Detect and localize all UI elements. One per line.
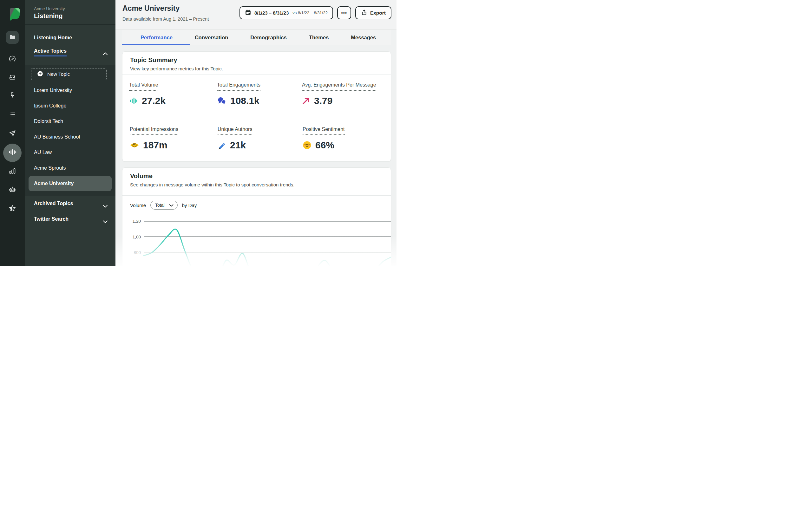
metric-grid: Total Volume 27.2k Total E [123,75,391,162]
eye-icon [130,141,139,149]
sidebar-item-reports[interactable] [8,168,16,175]
smiley-icon [302,141,312,150]
card-divider [123,195,391,196]
topic-item[interactable]: AU Business School [25,129,115,145]
inbox-icon [8,73,16,82]
export-button[interactable]: Export [355,6,391,19]
active-topics-label: Active Topics [34,48,67,56]
pin-icon [8,91,16,100]
sidebar-item-pinned[interactable] [8,92,16,99]
folder-icon [8,33,16,42]
tab-demographics[interactable]: Demographics [250,35,287,41]
metric-label[interactable]: Unique Authors [218,127,252,135]
metric-label[interactable]: Avg. Engagements Per Message [302,82,376,91]
metric-value: 21k [230,140,246,151]
bar-chart-icon [8,167,16,176]
metric-value: 3.79 [314,95,332,106]
sidebar-section-active-topics[interactable]: Active Topics [34,48,67,54]
more-options-button[interactable]: ••• [337,6,351,19]
sidebar-item-inbox[interactable] [8,74,16,81]
metric-value: 108.1k [230,95,259,106]
sidebar-org-label: Acme University [34,6,65,11]
metric-label[interactable]: Total Volume [129,82,158,91]
metric-positive-sentiment: Positive Sentiment 66% [295,119,391,162]
topic-summary-card: Topic Summary View key performance metri… [122,51,391,162]
sidebar-item-automation[interactable] [8,186,16,194]
y-tick-label: 1,00 [133,234,141,240]
metric-label[interactable]: Total Engagements [217,82,260,91]
metric-label[interactable]: Positive Sentiment [302,127,345,135]
new-topic-button[interactable]: New Topic [31,68,107,80]
topic-header: Acme University Data available from Aug … [115,0,396,30]
sidebar-product-title: Listening [34,12,63,20]
active-tab-underline [122,44,190,46]
chevron-up-icon[interactable] [103,51,108,54]
tab-messages[interactable]: Messages [351,35,376,41]
tab-conversation[interactable]: Conversation [195,35,228,41]
star-icon [8,205,16,213]
sprout-listening-app: Acme University Listening Listening Home… [0,0,396,266]
topic-item[interactable]: Lorem University [25,83,115,98]
topic-item-selected[interactable]: Acme University [29,176,112,191]
active-topics-panel: New Topic Lorem University Ipsum College… [25,65,115,196]
date-compare-value: vs 8/1/22 – 8/31/22 [293,11,328,15]
metric-value: 187m [143,140,167,151]
sidebar-item-lists[interactable] [8,111,16,119]
topic-item[interactable]: Ipsum College [25,98,115,114]
robot-icon [8,186,16,195]
tab-themes[interactable]: Themes [309,35,329,41]
export-share-icon [361,9,367,17]
volume-metric-label: Volume [130,203,146,208]
paper-plane-icon [8,129,16,138]
new-topic-label: New Topic [47,71,70,77]
sidebar-item-premier[interactable] [8,205,16,213]
topic-item[interactable]: Acme Sprouts [25,160,115,176]
data-availability-text: Data available from Aug 1, 2021 – Presen… [123,17,209,22]
metric-potential-impressions: Potential Impressions 187m [123,119,210,162]
y-tick-label: 1,20 [133,219,141,224]
chevron-down-icon [169,203,173,208]
ellipsis-icon: ••• [341,10,347,16]
volume-subtitle: See changes in message volume within thi… [130,182,383,187]
icon-rail [0,0,25,266]
volume-card: Volume See changes in message volume wit… [122,167,391,266]
y-tick-label: 800 [133,250,141,255]
metric-total-engagements: Total Engagements 108.1k [210,75,295,119]
sidebar-section-twitter-search[interactable]: Twitter Search [34,216,69,222]
page-title: Acme University [123,4,180,13]
sidebar-section-archived-topics[interactable]: Archived Topics [34,201,73,206]
sidebar-item-listening-active[interactable] [3,144,22,162]
topic-summary-subtitle: View key performance metrics for this To… [130,66,383,71]
volume-type-dropdown[interactable]: Total [150,201,178,210]
trend-up-arrow-icon [302,97,310,105]
volume-line-chart: 1,20 1,00 800 [123,216,391,266]
chevron-down-icon[interactable] [103,203,108,206]
sidebar-divider [25,24,115,25]
date-range-value: 8/1/23 – 8/31/23 [254,10,289,16]
header-actions: 8/1/23 – 8/31/23 vs 8/1/22 – 8/31/22 •••… [239,6,391,19]
plus-circle-icon [37,71,43,78]
metric-total-volume: Total Volume 27.2k [123,75,210,119]
sidebar-item-folders[interactable] [6,31,19,44]
calendar-icon [245,9,251,17]
metric-unique-authors: Unique Authors 21k [210,119,295,162]
topic-item[interactable]: AU Law [25,145,115,160]
metric-label[interactable]: Potential Impressions [130,127,178,135]
waveform-icon [129,96,138,105]
bullet-list-icon [8,111,16,119]
volume-controls: Volume Total by Day [130,201,197,210]
sidebar-item-publishing[interactable] [8,130,16,138]
tab-performance[interactable]: Performance [141,35,172,41]
metric-value: 27.2k [142,95,166,106]
sidebar-item-listening-home[interactable]: Listening Home [34,35,72,41]
listening-waveform-icon [8,148,17,157]
chevron-down-icon[interactable] [103,219,108,222]
date-range-button[interactable]: 8/1/23 – 8/31/23 vs 8/1/22 – 8/31/22 [239,6,333,19]
topic-item[interactable]: Dolorsit Tech [25,114,115,129]
export-label: Export [370,10,386,16]
sprout-logo[interactable] [7,6,22,21]
listening-sidebar: Acme University Listening Listening Home… [25,0,115,266]
volume-title: Volume [130,172,383,180]
sidebar-item-dashboard[interactable] [8,56,16,63]
topic-summary-title: Topic Summary [130,56,383,64]
